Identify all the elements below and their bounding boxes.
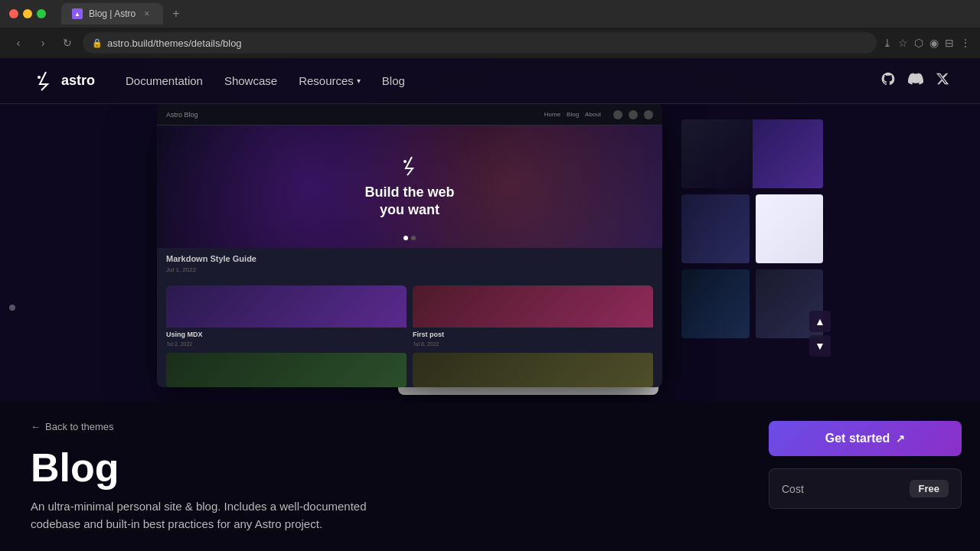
right-screenshots-panel	[681, 119, 823, 338]
main-preview-screenshot: Astro Blog Home Blog About	[157, 104, 662, 387]
nav-documentation[interactable]: Documentation	[126, 74, 203, 87]
preview-social-1	[613, 110, 622, 119]
preview-nav: Astro Blog Home Blog About	[157, 104, 662, 126]
astro-navbar: astro Documentation Showcase Resources ▾…	[0, 58, 980, 104]
github-icon[interactable]	[880, 71, 896, 90]
star-icon[interactable]: ☆	[898, 37, 908, 49]
scroll-arrows: ▲ ▼	[809, 311, 831, 357]
logo-text: astro	[61, 73, 95, 89]
nav-showcase[interactable]: Showcase	[224, 74, 277, 87]
address-bar[interactable]: 🔒 astro.build/themes/details/blog	[83, 32, 877, 54]
right-screenshot-1	[681, 119, 823, 188]
page-title: Blog	[31, 445, 720, 491]
post-4-thumbnail	[413, 353, 653, 387]
discord-icon[interactable]	[908, 71, 923, 90]
nav-resources[interactable]: Resources ▾	[299, 74, 361, 87]
nav-links: Documentation Showcase Resources ▾ Blog	[126, 74, 880, 87]
profile-icon[interactable]: ◉	[929, 37, 939, 49]
right-screenshots-row3	[681, 269, 823, 338]
right-screenshot-3a	[681, 269, 750, 338]
reload-button[interactable]: ↻	[58, 34, 77, 52]
post-1-title: Using MDX	[166, 328, 407, 341]
preview-featured-title: Markdown Style Guide	[157, 248, 662, 266]
post-3-thumbnail	[166, 353, 407, 387]
forward-nav-button[interactable]: ›	[34, 34, 52, 52]
preview-post-2: First post Jul 8, 2022	[413, 285, 653, 347]
toolbar-icons: ⤓ ☆ ⬡ ◉ ⊟ ⋮	[883, 37, 971, 49]
scroll-up-button[interactable]: ▲	[809, 311, 831, 332]
nav-blog[interactable]: Blog	[382, 74, 405, 87]
traffic-lights	[9, 9, 46, 18]
dot-1	[403, 236, 408, 240]
svg-point-0	[38, 76, 41, 79]
lock-icon: 🔒	[92, 38, 103, 48]
post-1-date: Jul 2, 2022	[166, 341, 407, 347]
preview-nav-icons	[613, 110, 653, 119]
preview-area: Astro Blog Home Blog About	[0, 104, 980, 403]
right-ss-1-right	[753, 119, 824, 188]
preview-posts-grid: Using MDX Jul 2, 2022 First post Jul 8, …	[157, 279, 662, 353]
cost-row: Cost Free	[769, 468, 962, 509]
scroll-down-button[interactable]: ▼	[809, 335, 831, 357]
cost-label: Cost	[782, 483, 804, 495]
right-screenshot-2a	[681, 194, 750, 263]
browser-toolbar: ‹ › ↻ 🔒 astro.build/themes/details/blog …	[0, 28, 980, 58]
svg-point-1	[403, 160, 407, 163]
close-button[interactable]	[9, 9, 18, 18]
tab-favicon: ▲	[72, 8, 83, 19]
bottom-content-area: ← Back to themes Blog An ultra-minimal p…	[0, 403, 980, 551]
preview-hero-text: Build the webyou want	[365, 184, 455, 220]
maximize-button[interactable]	[37, 9, 46, 18]
preview-more-posts	[157, 353, 662, 387]
dot-2	[411, 236, 416, 240]
preview-dots	[403, 236, 416, 240]
right-screenshot-2b	[756, 194, 824, 263]
tab-title: Blog | Astro	[89, 8, 136, 19]
preview-nav-blog: Blog	[567, 111, 579, 118]
preview-nav-about: About	[585, 111, 601, 118]
back-arrow-icon: ←	[31, 421, 41, 432]
back-nav-button[interactable]: ‹	[9, 34, 28, 52]
right-ss-1-left	[681, 119, 753, 188]
browser-titlebar: ▲ Blog | Astro ✕ +	[0, 0, 980, 28]
chevron-down-icon: ▾	[357, 77, 361, 85]
nav-social-icons	[880, 71, 949, 90]
browser-window: ▲ Blog | Astro ✕ + ‹ › ↻ 🔒 astro.build/t…	[0, 0, 980, 551]
url-text: astro.build/themes/details/blog	[107, 37, 242, 49]
tab-bar: ▲ Blog | Astro ✕ +	[61, 3, 971, 24]
cost-badge: Free	[910, 480, 949, 497]
left-indicator-dot	[9, 305, 15, 311]
bottom-right-panel: Get started ↗ Cost Free	[750, 403, 980, 551]
preview-nav-home: Home	[544, 111, 560, 118]
tab-close-button[interactable]: ✕	[142, 8, 152, 19]
page-content: astro Documentation Showcase Resources ▾…	[0, 58, 980, 551]
astro-logo[interactable]: astro	[31, 69, 95, 93]
preview-featured-date: Jul 1, 2022	[157, 266, 662, 279]
external-link-icon: ↗	[896, 432, 905, 445]
preview-hero: Build the webyou want	[157, 126, 662, 248]
active-tab[interactable]: ▲ Blog | Astro ✕	[61, 3, 163, 24]
post-1-thumbnail	[166, 285, 407, 328]
preview-site-name: Astro Blog	[166, 111, 544, 119]
post-2-title: First post	[413, 328, 653, 341]
right-screenshots-row2	[681, 194, 823, 263]
preview-social-3	[644, 110, 653, 119]
bottom-left-panel: ← Back to themes Blog An ultra-minimal p…	[0, 403, 750, 551]
post-2-thumbnail	[413, 285, 653, 328]
page-description: An ultra-minimal personal site & blog. I…	[31, 498, 398, 533]
twitter-x-icon[interactable]	[936, 72, 949, 90]
preview-social-2	[629, 110, 638, 119]
bookmark-icon[interactable]: ⊟	[945, 37, 954, 49]
get-started-button[interactable]: Get started ↗	[769, 421, 962, 456]
menu-icon[interactable]: ⋮	[960, 37, 971, 49]
download-icon[interactable]: ⤓	[883, 37, 892, 49]
new-tab-button[interactable]: +	[166, 7, 185, 21]
post-2-date: Jul 8, 2022	[413, 341, 653, 347]
extension-icon[interactable]: ⬡	[914, 37, 923, 49]
back-to-themes-link[interactable]: ← Back to themes	[31, 421, 720, 432]
preview-post-1: Using MDX Jul 2, 2022	[166, 285, 407, 347]
minimize-button[interactable]	[23, 9, 32, 18]
